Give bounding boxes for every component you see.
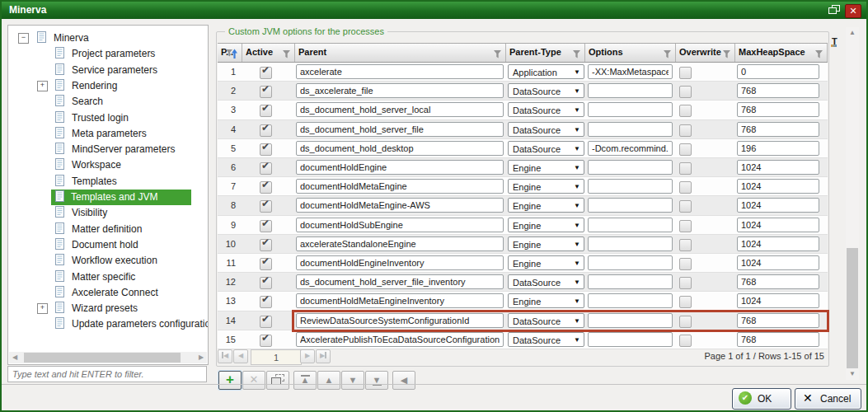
- tree-item-trusted-login[interactable]: Trusted login: [8, 110, 208, 126]
- tree-h-scrollbar-thumb[interactable]: [24, 353, 181, 363]
- overwrite-checkbox[interactable]: [679, 181, 692, 194]
- active-checkbox[interactable]: ✔: [260, 296, 272, 308]
- ok-button[interactable]: ✔ OK: [732, 388, 791, 410]
- overwrite-checkbox[interactable]: [679, 296, 692, 308]
- options-input[interactable]: [588, 83, 673, 98]
- parent-input[interactable]: [296, 198, 504, 213]
- options-input[interactable]: [588, 274, 673, 289]
- overwrite-checkbox[interactable]: [679, 258, 692, 270]
- tree-item-service-parameters[interactable]: Service parameters: [8, 63, 208, 78]
- tree-expand-icon[interactable]: +: [37, 81, 48, 91]
- maxheapspace-input[interactable]: [737, 332, 819, 347]
- options-input[interactable]: [588, 160, 673, 175]
- overwrite-checkbox[interactable]: [679, 220, 692, 232]
- first-page-button[interactable]: ◀: [218, 349, 232, 363]
- parent-input[interactable]: [296, 160, 504, 175]
- parent-input[interactable]: [296, 64, 504, 79]
- tree-item-templates[interactable]: Templates: [8, 174, 208, 190]
- active-checkbox[interactable]: ✔: [260, 162, 272, 175]
- move-bottom-button[interactable]: ▼: [365, 371, 388, 390]
- options-input[interactable]: [588, 255, 673, 270]
- maxheapspace-input[interactable]: [737, 122, 819, 137]
- maxheapspace-input[interactable]: [737, 179, 819, 194]
- parent-input[interactable]: [296, 141, 504, 156]
- tree-item-workspace[interactable]: Workspace: [8, 157, 208, 173]
- parent-input[interactable]: [296, 83, 504, 98]
- column-header-overwrite[interactable]: Overwrite: [676, 44, 735, 62]
- active-checkbox[interactable]: ✔: [260, 200, 272, 213]
- scroll-down-icon[interactable]: ▼: [846, 368, 859, 380]
- tree-item-search[interactable]: Search: [8, 94, 208, 110]
- last-page-button[interactable]: ▶: [316, 349, 331, 363]
- parent-input[interactable]: [296, 102, 504, 117]
- tree-item-project-parameters[interactable]: Project parameters: [8, 46, 208, 62]
- tree-item-mindserver-parameters[interactable]: MindServer parameters: [8, 142, 208, 157]
- active-checkbox[interactable]: ✔: [260, 239, 272, 251]
- active-checkbox[interactable]: ✔: [260, 67, 272, 79]
- parent-input[interactable]: [296, 274, 504, 289]
- parent-type-select[interactable]: DataSource▼: [508, 141, 584, 156]
- filter-icon[interactable]: [572, 48, 582, 63]
- maxheapspace-input[interactable]: [737, 160, 819, 175]
- parent-type-select[interactable]: Application▼: [508, 64, 584, 79]
- maxheapspace-input[interactable]: [737, 255, 819, 270]
- maxheapspace-input[interactable]: [737, 236, 819, 251]
- maxheapspace-input[interactable]: [737, 198, 819, 213]
- grid-v-scrollbar-thumb[interactable]: [847, 248, 858, 368]
- scroll-left-icon[interactable]: ◀: [9, 352, 21, 363]
- parent-type-select[interactable]: DataSource▼: [508, 313, 584, 328]
- parent-type-select[interactable]: Engine▼: [508, 179, 584, 194]
- maxheapspace-input[interactable]: [737, 274, 819, 289]
- options-input[interactable]: [588, 102, 673, 117]
- active-checkbox[interactable]: ✔: [260, 258, 272, 270]
- maxheapspace-input[interactable]: [737, 141, 819, 156]
- active-checkbox[interactable]: ✔: [260, 105, 272, 117]
- maxheapspace-input[interactable]: [737, 313, 819, 328]
- parent-type-select[interactable]: DataSource▼: [508, 274, 584, 289]
- tree-item-workflow-execution[interactable]: Workflow execution: [8, 253, 208, 269]
- options-input[interactable]: [588, 198, 673, 213]
- active-checkbox[interactable]: ✔: [260, 220, 272, 232]
- parent-type-select[interactable]: Engine▼: [508, 160, 584, 175]
- parent-type-select[interactable]: DataSource▼: [508, 332, 584, 347]
- options-input[interactable]: [588, 236, 673, 251]
- tree-filter-input[interactable]: [7, 366, 207, 382]
- options-input[interactable]: [588, 122, 673, 137]
- overwrite-checkbox[interactable]: [679, 335, 692, 347]
- column-header-p[interactable]: P...: [218, 44, 242, 62]
- tree-expand-icon[interactable]: +: [37, 303, 48, 314]
- options-input[interactable]: [588, 293, 673, 308]
- overwrite-checkbox[interactable]: [679, 162, 692, 175]
- tree-item-update-parameters-configuration[interactable]: Update parameters configuration: [8, 316, 208, 332]
- cancel-button[interactable]: ✕ Cancel: [795, 388, 861, 410]
- parent-type-select[interactable]: DataSource▼: [508, 102, 584, 117]
- filter-icon[interactable]: [663, 48, 673, 63]
- parent-type-select[interactable]: Engine▼: [508, 236, 584, 251]
- overwrite-checkbox[interactable]: [679, 200, 692, 213]
- parent-input[interactable]: [296, 293, 504, 308]
- scroll-right-icon[interactable]: ▶: [195, 352, 207, 363]
- maxheapspace-input[interactable]: [737, 218, 819, 232]
- options-input[interactable]: [588, 141, 673, 156]
- column-header-parent[interactable]: Parent: [295, 44, 506, 62]
- parent-input[interactable]: [296, 179, 504, 194]
- grid-v-scrollbar[interactable]: ▲ ▼: [846, 27, 859, 380]
- parent-input[interactable]: [296, 313, 504, 328]
- options-input[interactable]: [588, 332, 673, 347]
- parent-input[interactable]: [296, 122, 504, 137]
- overwrite-checkbox[interactable]: [679, 105, 692, 117]
- parent-input[interactable]: [296, 236, 504, 251]
- parent-type-select[interactable]: Engine▼: [508, 198, 584, 213]
- filter-icon[interactable]: [722, 48, 732, 63]
- tree-item-root[interactable]: −Minerva: [8, 30, 208, 46]
- copy-row-button[interactable]: [266, 371, 289, 390]
- restore-button[interactable]: [827, 4, 842, 16]
- overwrite-checkbox[interactable]: [679, 143, 692, 156]
- maxheapspace-input[interactable]: [737, 64, 819, 79]
- parent-type-select[interactable]: DataSource▼: [508, 83, 584, 98]
- overwrite-checkbox[interactable]: [679, 316, 692, 328]
- overwrite-checkbox[interactable]: [679, 86, 692, 98]
- tree-item-matter-specific[interactable]: Matter specific: [8, 269, 208, 285]
- move-down-button[interactable]: ▼: [341, 371, 364, 390]
- add-row-button[interactable]: +: [218, 371, 242, 390]
